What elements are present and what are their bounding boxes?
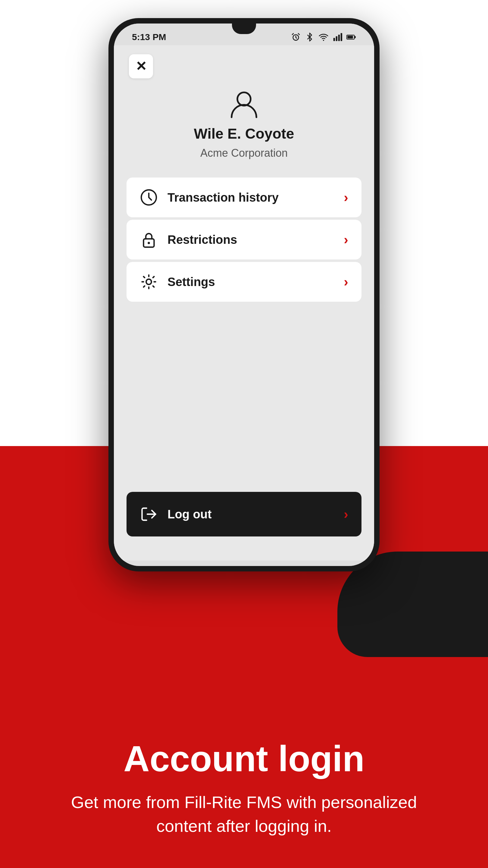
logout-icon [140, 505, 158, 523]
gear-svg [140, 273, 158, 291]
settings-label: Settings [167, 275, 334, 289]
menu-list: Transaction history › Restrictions [127, 178, 361, 302]
bottom-title: Account login [124, 739, 364, 778]
logout-button[interactable]: Log out › [127, 492, 361, 536]
phone-frame: 5:13 PM [108, 18, 380, 571]
restrictions-item[interactable]: Restrictions › [127, 220, 361, 259]
bottom-section: Account login Get more from Fill-Rite FM… [0, 715, 488, 868]
phone-screen: 5:13 PM [114, 24, 374, 566]
avatar-icon [227, 87, 261, 121]
svg-rect-7 [354, 36, 356, 38]
battery-icon [347, 34, 356, 40]
svg-rect-3 [336, 36, 337, 41]
transaction-history-item[interactable]: Transaction history › [127, 178, 361, 217]
user-name: Wile E. Coyote [194, 125, 294, 142]
lock-svg [140, 230, 158, 249]
settings-item[interactable]: Settings › [127, 262, 361, 302]
app-content: ✕ Wile E. Coyote Acme Corporation [114, 45, 374, 561]
svg-point-9 [237, 93, 251, 106]
alarm-icon [291, 32, 301, 42]
user-avatar-svg [227, 87, 261, 121]
restrictions-label: Restrictions [167, 233, 334, 247]
wifi-icon [319, 32, 328, 42]
svg-rect-8 [347, 36, 353, 38]
clock-icon [140, 188, 158, 207]
svg-point-13 [146, 279, 152, 284]
close-icon: ✕ [135, 60, 147, 73]
settings-arrow: › [344, 274, 348, 289]
user-company: Acme Corporation [200, 147, 288, 159]
logout-label: Log out [167, 507, 334, 521]
status-time: 5:13 PM [132, 32, 166, 42]
svg-rect-4 [338, 35, 340, 41]
close-button[interactable]: ✕ [129, 54, 153, 79]
restrictions-arrow: › [344, 232, 348, 247]
svg-point-1 [323, 40, 324, 41]
clock-svg [140, 188, 158, 207]
transaction-history-arrow: › [344, 190, 348, 205]
bottom-subtitle: Get more from Fill-Rite FMS with persona… [63, 790, 425, 838]
phone-mockup: 5:13 PM [108, 18, 380, 571]
logout-arrow: › [344, 507, 348, 522]
svg-point-12 [148, 242, 150, 244]
svg-rect-5 [341, 33, 342, 41]
svg-rect-2 [333, 38, 335, 41]
profile-section: Wile E. Coyote Acme Corporation [194, 87, 294, 159]
bluetooth-icon [305, 32, 315, 42]
status-icons [291, 32, 356, 42]
lock-icon [140, 230, 158, 249]
signal-icon [332, 32, 342, 42]
logout-svg [140, 505, 158, 523]
gear-icon [140, 273, 158, 291]
transaction-history-label: Transaction history [167, 191, 334, 204]
